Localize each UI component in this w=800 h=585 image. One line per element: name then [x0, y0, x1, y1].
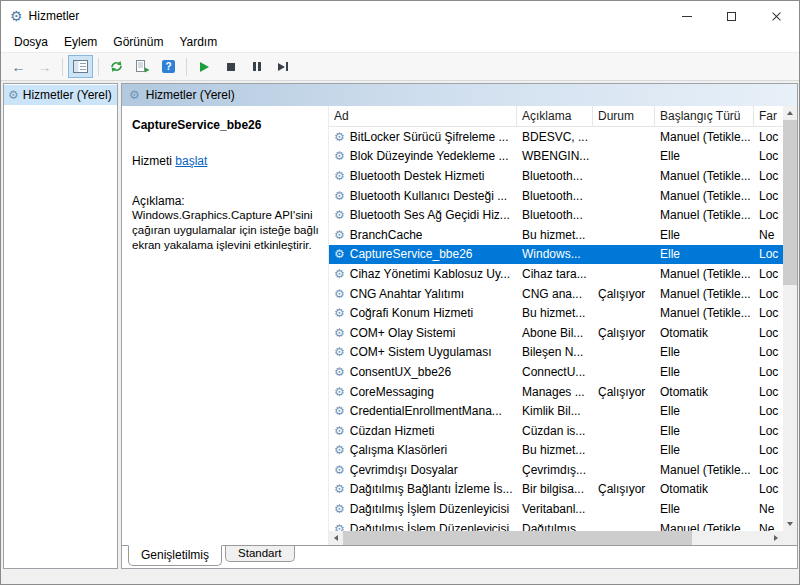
menu-item[interactable]: Dosya — [6, 33, 56, 51]
service-logon-cell: Ne — [754, 499, 783, 519]
close-button[interactable] — [754, 1, 799, 31]
view-tabs: GenişletilmişStandart — [122, 545, 797, 568]
gear-icon — [10, 9, 23, 23]
service-icon — [334, 366, 345, 378]
service-name-cell: CaptureService_bbe26 — [350, 247, 473, 261]
column-header-name[interactable]: Ad — [329, 106, 517, 126]
service-status-cell — [593, 362, 655, 382]
table-row[interactable]: Çalışma Klasörleri Bu hizmet... Elle Loc — [329, 441, 783, 461]
table-row[interactable]: Bluetooth Kullanıcı Desteği ... Bluetoot… — [329, 186, 783, 206]
table-row[interactable]: ConsentUX_bbe26 ConnectU... Elle Loc — [329, 362, 783, 382]
scroll-down-button[interactable] — [783, 517, 797, 531]
minimize-button[interactable] — [664, 1, 709, 31]
service-logon-cell: Loc — [754, 323, 783, 343]
table-row[interactable]: Çevrimdışı Dosyalar Çevrimdış... Manuel … — [329, 460, 783, 480]
table-row[interactable]: CaptureService_bbe26 Windows... Elle Loc — [329, 245, 783, 265]
tree-item-services-local[interactable]: Hizmetler (Yerel) — [4, 85, 117, 105]
table-row[interactable]: CredentialEnrollmentMana... Kimlik Bil..… — [329, 401, 783, 421]
table-row[interactable]: Bluetooth Ses Ağ Geçidi Hiz... Bluetooth… — [329, 205, 783, 225]
service-list: BitLocker Sürücü Şifreleme ... BDESVC, .… — [329, 127, 783, 531]
vertical-scroll-track[interactable] — [783, 120, 797, 517]
service-status-cell: Çalışıyor — [593, 480, 655, 500]
service-status-cell: Çalışıyor — [593, 323, 655, 343]
service-startup-cell: Elle — [655, 147, 754, 167]
refresh-button[interactable] — [104, 55, 129, 78]
forward-button[interactable]: → — [32, 55, 57, 78]
action-prefix: Hizmeti — [132, 154, 172, 168]
service-logon-cell: Loc — [754, 441, 783, 461]
vertical-scroll-thumb[interactable] — [783, 120, 797, 285]
back-arrow-icon: ← — [12, 60, 26, 74]
table-row[interactable]: Bluetooth Destek Hizmeti Bluetooth... Ma… — [329, 166, 783, 186]
service-description-cell: Kimlik Bil... — [517, 401, 593, 421]
pause-service-button[interactable] — [244, 55, 269, 78]
stop-icon — [227, 63, 235, 71]
stop-service-button[interactable] — [218, 55, 243, 78]
back-button[interactable]: ← — [6, 55, 31, 78]
scroll-up-button[interactable] — [783, 106, 797, 120]
main-area: Hizmetler (Yerel) Hizmetler (Yerel) Capt… — [1, 81, 799, 569]
table-row[interactable]: COM+ Sistem Uygulaması Bileşen N... Elle… — [329, 343, 783, 363]
view-tab[interactable]: Standart — [225, 546, 294, 562]
horizontal-scroll-thumb[interactable] — [343, 531, 692, 545]
table-row[interactable]: Coğrafi Konum Hizmeti Bu hizmet... Manue… — [329, 303, 783, 323]
table-row[interactable]: Dağıtılmış Bağlantı İzleme İs... Bir bil… — [329, 480, 783, 500]
horizontal-scrollbar[interactable] — [329, 531, 783, 545]
column-header-startup-type[interactable]: Başlangıç Türü — [655, 106, 754, 126]
service-logon-cell: Loc — [754, 264, 783, 284]
table-row[interactable]: Cihaz Yönetimi Kablosuz Uy... Cihaz tara… — [329, 264, 783, 284]
horizontal-scroll-track[interactable] — [343, 531, 769, 545]
vertical-scrollbar[interactable] — [783, 106, 797, 531]
minimize-icon — [682, 16, 692, 17]
menu-bar: DosyaEylemGörünümYardım — [1, 31, 799, 52]
column-header-description[interactable]: Açıklama — [517, 106, 593, 126]
service-status-cell — [593, 303, 655, 323]
start-service-link[interactable]: başlat — [175, 154, 207, 168]
scroll-left-button[interactable] — [329, 531, 343, 545]
service-logon-cell: Loc — [754, 205, 783, 225]
play-icon — [200, 62, 209, 72]
service-description-cell: Bluetooth... — [517, 166, 593, 186]
toolbar-separator — [62, 58, 63, 76]
service-logon-cell: Loc — [754, 421, 783, 441]
table-row[interactable]: CNG Anahtar Yalıtımı CNG ana... Çalışıyo… — [329, 284, 783, 304]
restart-service-button[interactable] — [270, 55, 295, 78]
table-row[interactable]: BitLocker Sürücü Şifreleme ... BDESVC, .… — [329, 127, 783, 147]
show-console-tree-button[interactable] — [68, 55, 93, 78]
table-row[interactable]: COM+ Olay Sistemi Abone Bil... Çalışıyor… — [329, 323, 783, 343]
window-controls — [664, 1, 799, 31]
service-startup-cell: Manuel (Tetikle... — [655, 519, 754, 531]
service-icon — [334, 405, 345, 417]
menu-item[interactable]: Eylem — [56, 33, 105, 51]
service-icon — [334, 386, 345, 398]
scroll-right-button[interactable] — [769, 531, 783, 545]
export-list-button[interactable] — [130, 55, 155, 78]
service-logon-cell: Loc — [754, 284, 783, 304]
service-description-cell: Cüzdan is... — [517, 421, 593, 441]
column-header-status[interactable]: Durum — [593, 106, 655, 126]
table-row[interactable]: CoreMessaging Manages ... Çalışıyor Otom… — [329, 382, 783, 402]
menu-item[interactable]: Görünüm — [105, 33, 171, 51]
service-name-cell: ConsentUX_bbe26 — [350, 365, 451, 379]
service-icon — [334, 248, 345, 260]
service-icon — [334, 150, 345, 162]
menu-item[interactable]: Yardım — [171, 33, 225, 51]
service-startup-cell: Elle — [655, 343, 754, 363]
table-row[interactable]: BranchCache Bu hizmet... Elle Ne — [329, 225, 783, 245]
service-description-cell: Bu hizmet... — [517, 303, 593, 323]
help-button[interactable]: ? — [156, 55, 181, 78]
table-row[interactable]: Dağıtılmış İşlem Düzenleyicisi Veritaban… — [329, 499, 783, 519]
table-row[interactable]: Cüzdan Hizmeti Cüzdan is... Elle Loc — [329, 421, 783, 441]
service-status-cell — [593, 519, 655, 531]
service-description-cell: BDESVC, ... — [517, 127, 593, 147]
table-row[interactable]: Dağıtılmış İşlem Düzenleyicisi... Dağıtı… — [329, 519, 783, 531]
table-row[interactable]: Blok Düzeyinde Yedekleme ... WBENGIN... … — [329, 147, 783, 167]
service-logon-cell: Loc — [754, 382, 783, 402]
maximize-button[interactable] — [709, 1, 754, 31]
column-header-logon-as[interactable]: Far — [754, 106, 783, 126]
service-status-cell — [593, 225, 655, 245]
service-logon-cell: Loc — [754, 245, 783, 265]
service-status-cell: Çalışıyor — [593, 382, 655, 402]
view-tab[interactable]: Genişletilmiş — [128, 545, 222, 566]
start-service-button[interactable] — [192, 55, 217, 78]
